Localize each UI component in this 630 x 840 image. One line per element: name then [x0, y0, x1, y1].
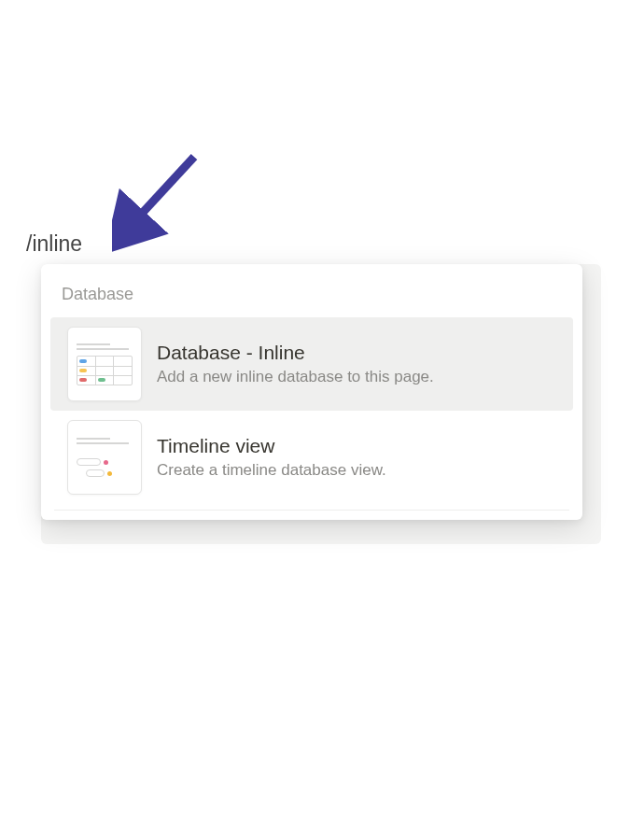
menu-item-description: Create a timeline database view.: [157, 461, 556, 480]
menu-item-text: Database - Inline Add a new inline datab…: [157, 342, 556, 386]
menu-item-title: Timeline view: [157, 435, 556, 457]
menu-section-label: Database: [41, 277, 582, 317]
database-inline-thumbnail-icon: [67, 327, 142, 401]
menu-item-database-inline[interactable]: Database - Inline Add a new inline datab…: [50, 317, 573, 411]
menu-item-title: Database - Inline: [157, 342, 556, 364]
svg-line-1: [127, 157, 194, 230]
menu-item-description: Add a new inline database to this page.: [157, 368, 556, 386]
slash-command-menu: Database: [41, 264, 582, 520]
menu-divider: [54, 510, 569, 511]
menu-item-timeline-view[interactable]: Timeline view Create a timeline database…: [50, 411, 573, 504]
timeline-view-thumbnail-icon: [67, 420, 142, 495]
annotation-arrow-icon: [112, 149, 215, 256]
menu-item-text: Timeline view Create a timeline database…: [157, 435, 556, 480]
slash-command-input[interactable]: /inline: [26, 231, 82, 257]
